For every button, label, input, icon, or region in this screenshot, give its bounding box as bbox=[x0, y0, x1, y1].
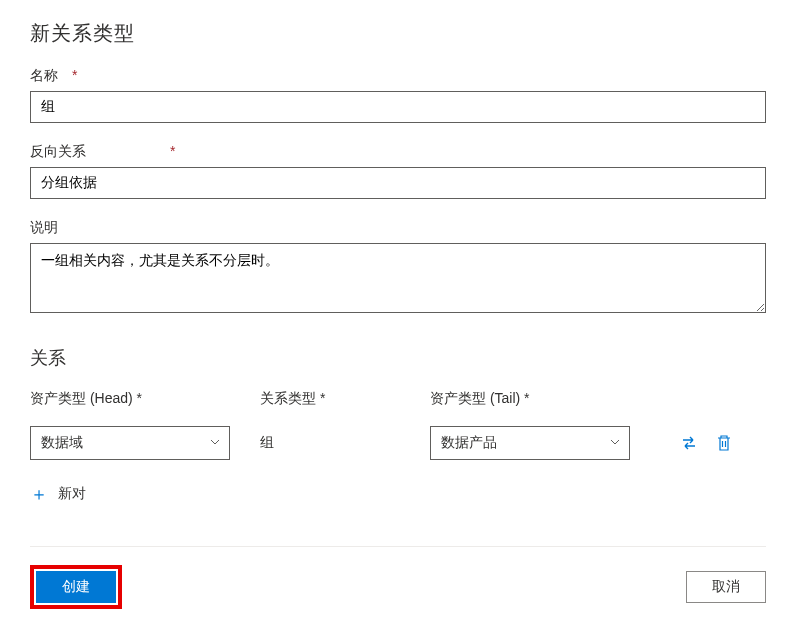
create-button[interactable]: 创建 bbox=[36, 571, 116, 603]
type-label: 关系类型 * bbox=[260, 390, 430, 408]
relation-row: 资产类型 (Head) * 数据域 关系类型 * 组 资产类型 (Tail) *… bbox=[30, 390, 766, 460]
tail-label: 资产类型 (Tail) * bbox=[430, 390, 660, 408]
tail-select[interactable]: 数据产品 bbox=[430, 426, 630, 460]
chevron-down-icon bbox=[209, 435, 221, 451]
description-label: 说明 bbox=[30, 219, 766, 237]
footer: 创建 取消 bbox=[30, 546, 766, 609]
description-textarea[interactable] bbox=[30, 243, 766, 313]
type-column: 关系类型 * 组 bbox=[260, 390, 430, 460]
name-label: 名称 * bbox=[30, 67, 766, 85]
name-field-group: 名称 * bbox=[30, 67, 766, 123]
swap-icon[interactable] bbox=[680, 434, 698, 452]
name-label-text: 名称 bbox=[30, 67, 58, 83]
delete-icon[interactable] bbox=[716, 434, 732, 452]
head-column: 资产类型 (Head) * 数据域 bbox=[30, 390, 260, 460]
new-pair-label: 新对 bbox=[58, 485, 86, 503]
tail-column: 资产类型 (Tail) * 数据产品 bbox=[430, 390, 660, 460]
tail-select-value: 数据产品 bbox=[441, 434, 497, 452]
head-label: 资产类型 (Head) * bbox=[30, 390, 260, 408]
page-title: 新关系类型 bbox=[30, 20, 766, 47]
create-highlight: 创建 bbox=[30, 565, 122, 609]
description-field-group: 说明 bbox=[30, 219, 766, 316]
type-value: 组 bbox=[260, 426, 430, 460]
reverse-label-text: 反向关系 bbox=[30, 143, 86, 159]
reverse-field-group: 反向关系 * bbox=[30, 143, 766, 199]
relation-section-title: 关系 bbox=[30, 346, 766, 370]
plus-icon: ＋ bbox=[30, 482, 48, 506]
required-asterisk: * bbox=[72, 67, 77, 83]
cancel-button[interactable]: 取消 bbox=[686, 571, 766, 603]
reverse-input[interactable] bbox=[30, 167, 766, 199]
required-asterisk: * bbox=[170, 143, 175, 159]
chevron-down-icon bbox=[609, 435, 621, 451]
reverse-label: 反向关系 * bbox=[30, 143, 766, 161]
relation-actions bbox=[680, 426, 732, 460]
name-input[interactable] bbox=[30, 91, 766, 123]
new-pair-button[interactable]: ＋ 新对 bbox=[30, 482, 766, 506]
head-select[interactable]: 数据域 bbox=[30, 426, 230, 460]
head-select-value: 数据域 bbox=[41, 434, 83, 452]
